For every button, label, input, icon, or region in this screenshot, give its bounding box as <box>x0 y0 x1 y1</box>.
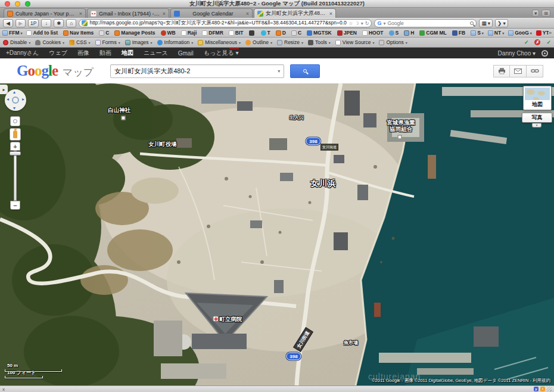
reload-icon[interactable]: ↻ <box>365 21 369 26</box>
bookmark-item[interactable]: Nav Items <box>63 30 95 36</box>
google-bar-link[interactable]: 地図 <box>122 49 133 57</box>
web-search-input[interactable] <box>387 20 468 26</box>
maptype-satellite-button[interactable]: 写真 <box>522 113 552 123</box>
pan-down-arrow[interactable]: ▾ <box>13 105 15 111</box>
zoom-in-button[interactable]: + <box>10 142 20 151</box>
url-dropdown-caret[interactable]: ▾ <box>361 21 363 26</box>
bookmark-item[interactable]: C <box>99 30 110 36</box>
bookmark-item[interactable]: C <box>291 30 303 36</box>
bookmark-item[interactable]: CGM ML <box>419 30 447 36</box>
download-button[interactable]: ↓ <box>41 19 51 27</box>
bookmark-item[interactable]: D <box>276 30 287 36</box>
addon-moon-icon[interactable]: ☽ <box>355 21 359 26</box>
reset-view-button[interactable] <box>10 116 20 126</box>
pan-up-arrow[interactable]: ▴ <box>13 89 15 95</box>
forward-button[interactable]: ▶ <box>15 19 26 27</box>
pan-left-arrow[interactable]: ◂ <box>7 97 9 102</box>
webdev-menu-item[interactable]: CSS ▾ <box>69 39 91 45</box>
browser-tab[interactable]: Culture Japan - Your portal to J... × <box>4 8 86 18</box>
link-button[interactable] <box>527 65 543 77</box>
bookmark-item[interactable]: WB <box>161 30 177 36</box>
bookmark-item[interactable]: HOOT <box>362 30 385 36</box>
onepassword-button[interactable]: 1P <box>28 19 39 27</box>
zoom-out-button[interactable]: − <box>10 201 20 210</box>
bookmark-item[interactable]: Add to list <box>26 30 59 36</box>
maps-search-input[interactable] <box>114 67 278 74</box>
bookmark-item[interactable]: NT ▾ <box>488 30 504 36</box>
webdev-menu-item[interactable]: Outline ▾ <box>245 39 272 45</box>
search-engine-caret[interactable]: ▾ <box>383 21 385 26</box>
zoom-slider-track[interactable] <box>14 151 17 201</box>
resize-grip[interactable] <box>547 387 552 391</box>
bookmark-star-icon[interactable]: ☆ <box>348 21 353 26</box>
toolbar-extension-1[interactable]: ▦ ▾ <box>479 19 493 27</box>
browser-tab[interactable]: Gmail - Inbox (17944) - dannyc... × <box>87 8 169 18</box>
browser-tab[interactable]: Google Calendar × <box>170 8 253 18</box>
bookmark-item[interactable]: Manage Posts <box>114 30 156 36</box>
google-bar-link[interactable]: +Dannyさん <box>6 49 39 57</box>
google-bar-link[interactable]: 画像 <box>77 49 89 57</box>
url-bar[interactable]: http://maps.google.co.jp/maps?q=女川町女川浜字大… <box>79 19 372 27</box>
back-button[interactable]: ◀ <box>3 19 13 27</box>
bookmark-item[interactable]: YT <box>536 30 549 36</box>
maptype-map-button[interactable]: 地図 <box>523 86 552 110</box>
webdev-menu-item[interactable]: Tools ▾ <box>308 39 331 45</box>
bookmarks-overflow-chevron[interactable]: » <box>549 30 552 36</box>
bookmark-item[interactable]: DFMR <box>202 30 225 36</box>
bookmark-item[interactable]: BIT <box>229 30 245 36</box>
webdev-menu-item[interactable]: Cookies ▾ <box>35 39 64 45</box>
url-text[interactable]: http://maps.google.co.jp/maps?q=女川町女川浜字大… <box>89 20 347 27</box>
google-bar-link[interactable]: 動画 <box>99 49 111 57</box>
bookmark-item[interactable]: FB <box>452 30 466 36</box>
toolbar-extension-2[interactable]: ❯ ▾ <box>495 19 508 27</box>
gear-icon[interactable] <box>541 50 548 57</box>
pan-right-arrow[interactable]: ▸ <box>22 97 24 102</box>
bookmark-item[interactable]: T <box>261 30 272 36</box>
bookmark-item[interactable]: Raji <box>181 30 198 36</box>
google-bar-link[interactable]: Gmail <box>178 50 194 57</box>
webdev-menu-item[interactable]: View Source ▾ <box>335 39 375 45</box>
statusbar-close-icon[interactable]: x <box>2 387 5 392</box>
bookmark-item[interactable]: FFM ▾ <box>2 30 22 36</box>
pan-center-button[interactable] <box>12 97 19 104</box>
tab-close-icon[interactable]: × <box>163 11 166 17</box>
webdev-menu-item[interactable]: Images ▾ <box>125 39 152 45</box>
zoom-slider-handle[interactable] <box>10 151 21 155</box>
google-bar-link[interactable]: ニュース <box>144 49 168 57</box>
maps-search-box[interactable]: ▾ <box>110 64 284 78</box>
webdev-menu-item[interactable]: Information ▾ <box>157 39 194 45</box>
pan-control[interactable]: ▴ ▾ ◂ ▸ <box>5 89 26 111</box>
home-button[interactable]: ⌂ <box>66 19 76 27</box>
validation-check-icon[interactable]: ✓ <box>524 39 529 45</box>
webdev-menu-item[interactable]: Forms ▾ <box>95 39 120 45</box>
webdev-menu-item[interactable]: Options ▾ <box>379 39 407 45</box>
error-indicator-icon[interactable]: ✗ <box>534 39 540 45</box>
all-tabs-button[interactable]: ⊞ <box>541 10 550 17</box>
print-button[interactable] <box>493 65 510 77</box>
street-view-pegman[interactable] <box>10 128 21 141</box>
tab-list-caret[interactable]: ▾ <box>532 10 539 17</box>
addon-icon-2[interactable]: ! <box>540 387 545 391</box>
search-bar[interactable]: G ▾ <box>374 19 477 27</box>
webdev-menu-item[interactable]: Resize ▾ <box>277 39 303 45</box>
bookmark-item[interactable]: S ▾ <box>471 30 484 36</box>
validation-check-icon-2[interactable]: ✓ <box>546 39 551 45</box>
search-history-caret[interactable]: ▾ <box>278 69 280 74</box>
panel-collapse-arrow[interactable]: ▸ <box>0 85 8 94</box>
tab-close-icon[interactable]: × <box>329 11 332 17</box>
bookmark-item[interactable]: S <box>389 30 400 36</box>
extension-button[interactable]: ✱ <box>54 19 64 27</box>
magnifier-icon[interactable] <box>470 21 474 25</box>
bookmark-item[interactable]: JPEN <box>337 30 358 36</box>
tab-close-icon[interactable]: × <box>79 11 82 17</box>
google-bar-link[interactable]: ウェブ <box>49 49 67 57</box>
account-menu[interactable]: Danny Choo ▾ <box>498 50 536 57</box>
maptype-options-caret[interactable]: ▾ <box>532 123 541 127</box>
addon-icon-1[interactable]: y <box>534 387 539 391</box>
email-button[interactable] <box>510 65 527 77</box>
browser-tab[interactable]: 女川町女川浜字大原480-2 - Goog... × <box>254 8 336 18</box>
maps-search-button[interactable] <box>290 64 320 78</box>
map-canvas[interactable]: 白山神社 女川町役場 出入口 398 女川街道 宮城県漁業 協同組合 女川浜 町… <box>0 83 554 385</box>
bookmark-item[interactable]: MGTSK <box>307 30 333 36</box>
google-bar-link[interactable]: もっと見る ▾ <box>204 49 239 57</box>
